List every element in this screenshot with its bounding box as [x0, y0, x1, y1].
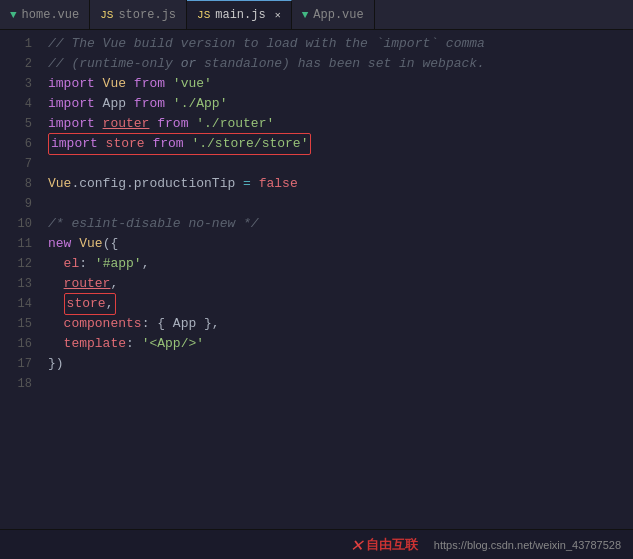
code-line-1: // The Vue build version to load with th…: [48, 34, 625, 54]
tab-store-js[interactable]: JS store.js: [90, 0, 187, 29]
code-line-18: [48, 374, 625, 394]
code-line-9: [48, 194, 625, 214]
vue-icon: ▼: [10, 9, 17, 21]
code-line-7: [48, 154, 625, 174]
tab-label-home-vue: home.vue: [22, 8, 80, 22]
code-line-6: import store from './store/store': [48, 134, 625, 154]
tab-label-store-js: store.js: [118, 8, 176, 22]
code-line-15: components: { App },: [48, 314, 625, 334]
code-line-8: Vue.config.productionTip = false: [48, 174, 625, 194]
tab-app-vue[interactable]: ▼ App.vue: [292, 0, 375, 29]
tab-label-app-vue: App.vue: [313, 8, 363, 22]
code-line-2: // (runtime-only or standalone) has been…: [48, 54, 625, 74]
tab-main-js[interactable]: JS main.js ✕: [187, 0, 292, 29]
js-icon: JS: [100, 9, 113, 21]
editor-area: 1 2 3 4 5 6 7 8 9 10 11 12 13 14 15 16 1…: [0, 30, 633, 529]
tab-bar: ▼ home.vue JS store.js JS main.js ✕ ▼ Ap…: [0, 0, 633, 30]
js-icon: JS: [197, 9, 210, 21]
watermark-text: 自由互联: [366, 536, 418, 554]
line-numbers: 1 2 3 4 5 6 7 8 9 10 11 12 13 14 15 16 1…: [0, 30, 40, 529]
code-line-11: new Vue({: [48, 234, 625, 254]
code-line-16: template: '<App/>': [48, 334, 625, 354]
code-line-5: import router from './router': [48, 114, 625, 134]
watermark-bar: ✕ 自由互联 https://blog.csdn.net/weixin_4378…: [0, 529, 633, 559]
code-line-12: el: '#app',: [48, 254, 625, 274]
x-icon: ✕: [351, 532, 363, 557]
code-line-14: store,: [48, 294, 625, 314]
code-line-3: import Vue from 'vue': [48, 74, 625, 94]
watermark-logo: ✕ 自由互联: [351, 532, 418, 557]
vue-icon: ▼: [302, 9, 309, 21]
tab-label-main-js: main.js: [215, 8, 265, 22]
code-line-17: }): [48, 354, 625, 374]
code-content: // The Vue build version to load with th…: [40, 30, 633, 529]
tab-home-vue[interactable]: ▼ home.vue: [0, 0, 90, 29]
watermark-url: https://blog.csdn.net/weixin_43787528: [434, 539, 621, 551]
code-line-4: import App from './App': [48, 94, 625, 114]
tab-close-main-js[interactable]: ✕: [275, 9, 281, 21]
code-line-13: router,: [48, 274, 625, 294]
code-line-10: /* eslint-disable no-new */: [48, 214, 625, 234]
